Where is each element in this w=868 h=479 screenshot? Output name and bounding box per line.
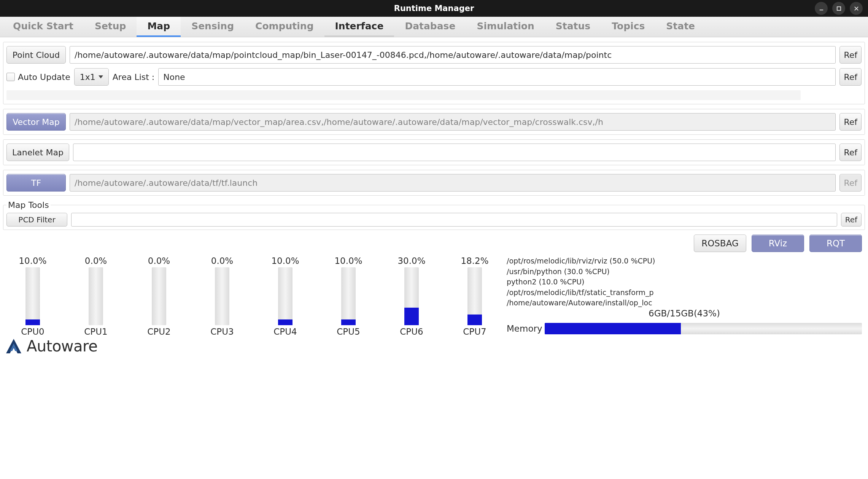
cpu-meter: 30.0%CPU6 xyxy=(391,256,432,337)
process-entry: /opt/ros/melodic/lib/tf/static_transform… xyxy=(507,287,862,298)
lanelet-map-path-input[interactable] xyxy=(73,144,836,161)
area-list-label: Area List : xyxy=(113,72,154,82)
cpu-percent: 18.2% xyxy=(461,256,488,266)
tf-button[interactable]: TF xyxy=(6,174,66,192)
cpu-bar xyxy=(278,267,293,325)
cpu-label: CPU5 xyxy=(337,327,360,337)
cpu-bar xyxy=(467,267,482,325)
cpu-label: CPU6 xyxy=(400,327,423,337)
cpu-meter: 10.0%CPU5 xyxy=(328,256,369,337)
cpu-bar-fill xyxy=(278,319,293,325)
memory-text: 6GB/15GB(43%) xyxy=(649,308,720,318)
tf-path-input[interactable]: /home/autoware/.autoware/data/tf/tf.laun… xyxy=(70,174,836,192)
cpu-label: CPU7 xyxy=(463,327,486,337)
tab-topics[interactable]: Topics xyxy=(601,17,655,37)
tab-database[interactable]: Database xyxy=(394,17,466,37)
cpu-label: CPU3 xyxy=(210,327,234,337)
tab-interface[interactable]: Interface xyxy=(324,17,394,37)
cpu-meter: 0.0%CPU2 xyxy=(138,256,180,337)
area-list-ref-button[interactable]: Ref xyxy=(839,68,862,86)
maximize-button[interactable] xyxy=(832,2,845,15)
autoware-logo-text: Autoware xyxy=(27,337,97,355)
checkbox-box-icon xyxy=(6,73,15,81)
cpu-bar xyxy=(89,267,103,325)
cpu-bar-fill xyxy=(25,319,40,325)
bottom-button-row: ROSBAG RViz RQT xyxy=(3,233,865,256)
tab-strip: Quick StartSetupMapSensingComputingInter… xyxy=(0,17,868,37)
area-list-input[interactable]: None xyxy=(158,68,836,86)
pcd-filter-button[interactable]: PCD Filter xyxy=(6,213,67,227)
cpu-meter: 18.2%CPU7 xyxy=(454,256,495,337)
vector-map-path-input[interactable]: /home/autoware/.autoware/data/map/vector… xyxy=(70,113,836,131)
close-button[interactable] xyxy=(850,2,863,15)
cpu-bar xyxy=(404,267,419,325)
grid-size-dropdown[interactable]: 1x1 xyxy=(74,68,109,86)
memory-bar xyxy=(545,323,862,334)
tf-ref-button[interactable]: Ref xyxy=(839,174,862,192)
rqt-button[interactable]: RQT xyxy=(809,235,862,252)
minimize-button[interactable] xyxy=(815,2,828,15)
status-area: 10.0%CPU00.0%CPU10.0%CPU20.0%CPU310.0%CP… xyxy=(3,256,865,337)
cpu-bar-fill xyxy=(467,315,482,325)
map-tools-legend: Map Tools xyxy=(6,200,51,210)
window-title: Runtime Manager xyxy=(394,4,474,13)
memory-bar-fill xyxy=(545,323,681,334)
cpu-bar xyxy=(215,267,229,325)
pcd-filter-input[interactable] xyxy=(71,213,837,227)
rviz-button[interactable]: RViz xyxy=(752,235,804,252)
vector-map-panel: Vector Map /home/autoware/.autoware/data… xyxy=(3,109,865,135)
tab-state[interactable]: State xyxy=(655,17,706,37)
cpu-label: CPU1 xyxy=(84,327,107,337)
autoware-logo: Autoware xyxy=(3,337,865,355)
cpu-meter: 0.0%CPU3 xyxy=(202,256,243,337)
tab-quick-start[interactable]: Quick Start xyxy=(2,17,84,37)
tab-status[interactable]: Status xyxy=(545,17,601,37)
cpu-meter: 10.0%CPU4 xyxy=(265,256,306,337)
tab-computing[interactable]: Computing xyxy=(245,17,324,37)
process-entry: /usr/bin/python (30.0 %CPU) xyxy=(507,267,862,277)
cpu-percent: 30.0% xyxy=(397,256,425,266)
titlebar: Runtime Manager xyxy=(0,0,868,17)
auto-update-label: Auto Update xyxy=(18,72,70,82)
vector-map-ref-button[interactable]: Ref xyxy=(839,113,862,131)
cpu-bar-fill xyxy=(341,319,356,325)
cpu-meter: 0.0%CPU1 xyxy=(75,256,116,337)
progress-placeholder xyxy=(6,90,801,100)
cpu-percent: 10.0% xyxy=(19,256,46,266)
tab-sensing[interactable]: Sensing xyxy=(181,17,245,37)
svg-rect-1 xyxy=(837,6,840,10)
cpu-percent: 10.0% xyxy=(271,256,299,266)
cpu-bar xyxy=(152,267,166,325)
cpu-percent: 0.0% xyxy=(85,256,107,266)
point-cloud-panel: Point Cloud /home/autoware/.autoware/dat… xyxy=(3,42,865,104)
lanelet-map-button[interactable]: Lanelet Map xyxy=(6,144,69,161)
cpu-label: CPU0 xyxy=(21,327,44,337)
point-cloud-path-input[interactable]: /home/autoware/.autoware/data/map/pointc… xyxy=(70,46,836,64)
auto-update-checkbox[interactable]: Auto Update xyxy=(6,72,70,82)
cpu-bar-fill xyxy=(404,308,419,325)
lanelet-map-panel: Lanelet Map Ref xyxy=(3,139,865,165)
grid-size-value: 1x1 xyxy=(80,72,95,82)
point-cloud-button[interactable]: Point Cloud xyxy=(6,46,66,64)
map-tools-fieldset: Map Tools PCD Filter Ref xyxy=(3,200,865,230)
cpu-percent: 0.0% xyxy=(148,256,170,266)
process-entry: python2 (10.0 %CPU) xyxy=(507,277,862,287)
cpu-percent: 0.0% xyxy=(211,256,233,266)
tab-simulation[interactable]: Simulation xyxy=(466,17,545,37)
vector-map-button[interactable]: Vector Map xyxy=(6,113,66,131)
tab-map[interactable]: Map xyxy=(137,17,181,37)
rosbag-button[interactable]: ROSBAG xyxy=(694,235,746,252)
cpu-bar xyxy=(25,267,40,325)
tab-setup[interactable]: Setup xyxy=(84,17,137,37)
process-entry: /home/autoware/Autoware/install/op_loc xyxy=(507,298,862,308)
cpu-percent: 10.0% xyxy=(334,256,362,266)
point-cloud-ref-button[interactable]: Ref xyxy=(839,46,862,64)
cpu-bar xyxy=(341,267,356,325)
cpu-label: CPU4 xyxy=(273,327,297,337)
lanelet-map-ref-button[interactable]: Ref xyxy=(839,144,862,161)
chevron-down-icon xyxy=(99,75,103,78)
pcd-filter-ref-button[interactable]: Ref xyxy=(841,213,862,227)
cpu-label: CPU2 xyxy=(147,327,170,337)
cpu-meter: 10.0%CPU0 xyxy=(12,256,53,337)
autoware-logo-icon xyxy=(5,338,23,354)
